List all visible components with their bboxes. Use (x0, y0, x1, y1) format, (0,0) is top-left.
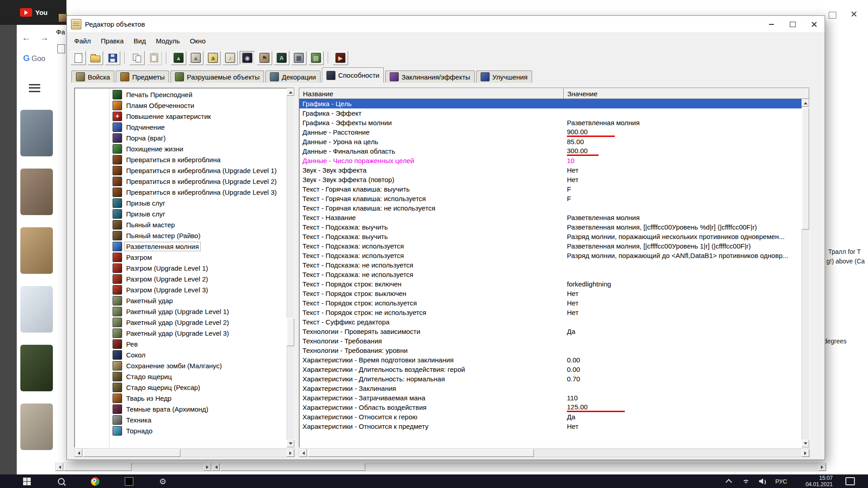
property-row[interactable]: Характеристики - Длительность: нормальна… (299, 374, 802, 384)
scroll-right-button[interactable] (203, 463, 211, 471)
scroll-right-button[interactable] (287, 449, 294, 457)
property-row[interactable]: Технологии - Требования (299, 336, 802, 346)
video-thumbnail[interactable] (20, 345, 53, 391)
sound-editor-button[interactable]: ♪ (222, 51, 238, 65)
copy-button[interactable] (129, 51, 145, 65)
open-map-button[interactable] (88, 51, 103, 65)
clock[interactable]: 15:07 04.01.2021 (794, 474, 833, 488)
video-thumbnail[interactable] (20, 404, 53, 450)
property-row[interactable]: Характеристики - Относится к предметуНет (299, 422, 802, 431)
ai-editor-button[interactable]: A (274, 51, 289, 65)
property-row[interactable]: Звук - Звук эффектаНет (299, 165, 802, 175)
property-row[interactable]: Звук - Звук эффекта (повтор)Нет (299, 175, 802, 184)
property-row[interactable]: Технологии - Требования: уровни (299, 346, 802, 355)
property-row[interactable]: Текст - Горячая клавиша: используетсяF (299, 194, 802, 203)
property-row[interactable]: Текст - Подсказка: выучитьРазряд молнии,… (299, 232, 802, 241)
scroll-up-button[interactable] (802, 99, 809, 107)
menu-item[interactable]: Модуль (151, 34, 185, 47)
tree-item[interactable]: Стадо ящериц (75, 371, 287, 382)
scroll-left-button[interactable] (75, 449, 82, 457)
property-row[interactable]: Характеристики - Относится к героюДа (299, 412, 802, 422)
import-manager-button[interactable]: ▤ (308, 51, 324, 65)
property-row[interactable]: Текст - Горячая клавиша: не используется (299, 203, 802, 213)
new-map-button[interactable] (71, 51, 86, 65)
campaign-editor-button[interactable]: ⚑ (257, 51, 272, 65)
property-row[interactable]: Графика - Эффект (299, 108, 802, 118)
property-row[interactable]: Данные - Урона на цель85.00 (299, 137, 802, 146)
trigger-editor-button[interactable]: a (205, 51, 221, 65)
tree-item[interactable]: Сокол (75, 349, 287, 360)
start-button[interactable] (20, 474, 33, 488)
scroll-left-button[interactable] (212, 463, 220, 471)
property-row[interactable]: Характеристики - Время подготовки заклин… (299, 355, 802, 365)
test-map-button[interactable]: ▶ (333, 51, 348, 65)
menu-item[interactable]: Файл (69, 34, 96, 47)
property-row[interactable]: Графика - Цель (299, 99, 802, 108)
scroll-down-button[interactable] (287, 440, 294, 447)
scroll-up-button[interactable] (287, 88, 294, 96)
property-row[interactable]: Данные - Финальная область300.00 (299, 146, 802, 156)
tree-item[interactable]: Похищение жизни (75, 143, 287, 154)
titlebar[interactable]: Редактор объектов (67, 16, 825, 33)
video-thumbnail[interactable] (20, 169, 53, 215)
tree-item[interactable]: Ракетный удар (Upgrade Level 2) (75, 317, 287, 328)
forward-icon[interactable]: → (40, 33, 49, 43)
scroll-left-button[interactable] (299, 449, 307, 457)
tree-item[interactable]: Пьяный мастер (75, 219, 287, 230)
tab-upgrades[interactable]: Улучшения (476, 70, 532, 83)
property-row[interactable]: Текст - Порядок строк: выключенНет (299, 289, 802, 298)
video-thumbnail[interactable] (20, 227, 53, 274)
volume-tray-button[interactable] (757, 474, 768, 488)
tree-item[interactable]: Стадо ящериц (Рексар) (75, 382, 287, 393)
property-row[interactable]: Технологии - Проверять зависимостиДа (299, 327, 802, 336)
tree-item[interactable]: Подчинение (75, 122, 287, 132)
hamburger-menu-icon[interactable] (29, 84, 40, 92)
minimize-button[interactable] (761, 16, 782, 33)
maximize-button[interactable] (782, 16, 803, 33)
property-row[interactable]: Текст - НазваниеРазветвленная молния (299, 213, 802, 222)
scroll-right-button[interactable] (818, 463, 826, 471)
close-button[interactable] (803, 16, 825, 33)
action-center-button[interactable] (844, 474, 856, 488)
tab-destructibles[interactable]: Разрушаемые объекты (170, 70, 264, 83)
column-header-value[interactable]: Значение (564, 88, 809, 99)
property-row[interactable]: Характеристики - Затрачиваемая мана110 (299, 393, 802, 403)
tree-item[interactable]: Разветвленная молния (75, 241, 287, 252)
table-vertical-scrollbar[interactable] (802, 99, 809, 447)
tree-item[interactable]: Темные врата (Архимонд) (75, 404, 287, 414)
tree-item[interactable]: Ракетный удар (Upgrade Level 3) (75, 328, 287, 338)
tree-item[interactable]: Тварь из Недр (75, 393, 287, 404)
menu-item[interactable]: Вид (129, 34, 151, 47)
scrollbar-thumb[interactable] (287, 318, 294, 346)
tree-item[interactable]: Порча (враг) (75, 132, 287, 143)
tree-item[interactable]: Разгром (Upgrade Level 1) (75, 263, 287, 273)
tree-horizontal-scrollbar[interactable] (74, 449, 295, 457)
property-row[interactable]: Текст - Порядок строк: не используетсяНе… (299, 308, 802, 317)
tree-item[interactable]: Торнадо (75, 425, 287, 436)
tree-item[interactable]: Пламя Обреченности (75, 100, 287, 111)
property-row[interactable]: Характеристики - Длительность воздействи… (299, 365, 802, 374)
property-row[interactable]: Характеристики - Область воздействия125.… (299, 403, 802, 412)
search-button[interactable] (55, 474, 67, 488)
table-horizontal-scrollbar[interactable] (299, 449, 810, 457)
terrain-editor-button[interactable]: ▲ (171, 51, 186, 65)
scroll-down-button[interactable] (802, 440, 809, 447)
tree-item[interactable]: Рев (75, 338, 287, 349)
tree-item[interactable]: Пьяный мастер (Райво) (75, 230, 287, 241)
menu-item[interactable]: Правка (96, 34, 129, 47)
property-row[interactable]: Данные - Расстояние900.00 (299, 127, 802, 137)
tree-item[interactable]: Призыв слуг (75, 208, 287, 219)
property-row[interactable]: Характеристики - Заклинания (299, 384, 802, 393)
background-horizontal-scrollbar[interactable] (55, 463, 826, 471)
tree-item[interactable]: Ракетный удар (75, 295, 287, 306)
tree-item[interactable]: +Повышение характеристик (75, 111, 287, 122)
tree-item[interactable]: Призыв слуг (75, 197, 287, 208)
tree-item[interactable]: Разгром (Upgrade Level 2) (75, 273, 287, 284)
app-taskbar-button[interactable] (123, 474, 135, 488)
scrollbar-thumb[interactable] (221, 463, 365, 471)
tree-item[interactable]: Сохранение зомби (Малганус) (75, 360, 287, 371)
tree-item[interactable]: Разгром (Upgrade Level 3) (75, 284, 287, 295)
tray-expand-button[interactable] (723, 474, 734, 488)
property-row[interactable]: Текст - Порядок строк: используетсяНет (299, 298, 802, 308)
property-row[interactable]: Данные - Число пораженных целей10 (299, 156, 802, 165)
